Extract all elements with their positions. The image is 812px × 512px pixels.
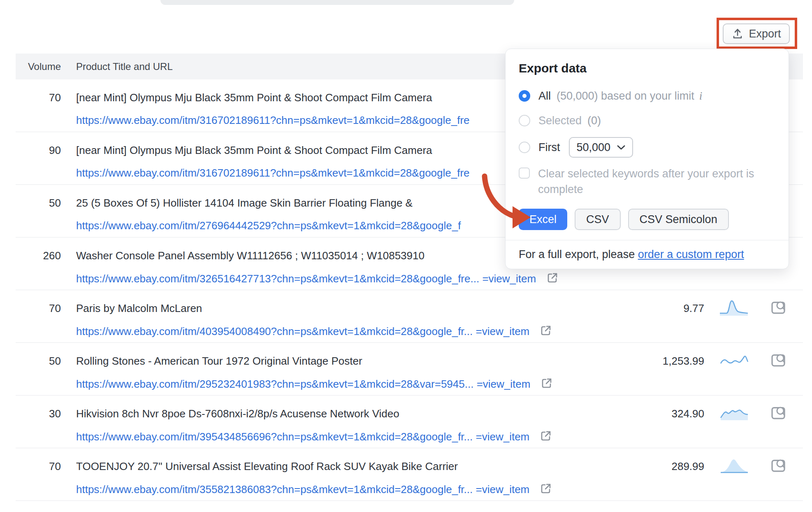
trend-dome-sparkline-icon <box>718 456 749 475</box>
popup-footer: For a full export, please order a custom… <box>506 240 789 269</box>
radio-first-label: First <box>538 141 560 154</box>
csv-semicolon-button[interactable]: CSV Semicolon <box>628 209 729 230</box>
volume-cell: 50 <box>16 354 61 395</box>
product-title: [near Mint] Olympus Mju Black 35mm Point… <box>76 143 470 157</box>
volume-cell: 50 <box>16 196 61 237</box>
radio-option-first[interactable]: First 50,000 <box>519 137 775 158</box>
export-popup: Export data All (50,000) based on your l… <box>505 49 789 269</box>
product-url-link[interactable]: https://www.ebay.com/itm/395434856696?ch… <box>76 430 529 444</box>
price-value: 324.90 <box>614 407 704 421</box>
price-value: 289.99 <box>614 459 704 473</box>
volume-cell: 70 <box>16 459 61 500</box>
external-link-icon[interactable] <box>546 271 559 286</box>
popup-title: Export data <box>519 61 775 75</box>
volume-cell: 90 <box>16 143 61 184</box>
price-value: 9.77 <box>614 301 704 315</box>
table-row: 50 Rolling Stones - American Tour 1972 O… <box>16 343 803 396</box>
table-row: 70 Paris by Malcolm McLaren https://www.… <box>16 290 803 343</box>
info-icon[interactable]: i <box>699 90 703 102</box>
column-header-volume[interactable]: Volume <box>16 61 61 72</box>
radio-unselected-icon[interactable] <box>519 142 530 153</box>
volume-cell: 70 <box>16 301 61 342</box>
top-toast-remnant <box>160 0 514 5</box>
table-row: 70 TOOENJOY 20.7'' Universal Assist Elev… <box>16 448 803 501</box>
footer-text: For a full export, please <box>519 248 638 261</box>
chart-zoom-icon[interactable] <box>770 352 786 368</box>
product-title: 25 (5 Boxes Of 5) Hollister 14104 Image … <box>76 196 461 210</box>
column-header-product[interactable]: Product Title and URL <box>76 61 173 72</box>
product-url-link[interactable]: https://www.ebay.com/itm/403954008490?ch… <box>76 324 529 338</box>
external-link-icon[interactable] <box>539 482 552 497</box>
product-url-link[interactable]: https://www.ebay.com/itm/326516427713?ch… <box>76 272 536 286</box>
volume-cell: 30 <box>16 407 61 448</box>
external-link-icon[interactable] <box>539 429 552 444</box>
product-url-link[interactable]: https://www.ebay.com/itm/276964442529?ch… <box>76 219 461 233</box>
trend-wavyfill-sparkline-icon <box>718 403 749 423</box>
first-count-dropdown[interactable]: 50,000 <box>569 137 633 158</box>
product-title: Washer Console Panel Assembly W11112656 … <box>76 249 559 263</box>
clear-keywords-option[interactable]: Clear selected keywords after your expor… <box>519 166 775 197</box>
radio-all-label: All <box>538 90 551 102</box>
product-title: TOOENJOY 20.7'' Universal Assist Elevati… <box>76 459 552 473</box>
radio-selected-label: Selected <box>538 114 582 127</box>
product-title: Paris by Malcolm McLaren <box>76 301 552 315</box>
product-title: Hikvision 8ch Nvr 8poe Ds-7608nxi-i2/8p/… <box>76 407 552 421</box>
external-link-icon[interactable] <box>540 377 553 391</box>
trend-peak-sparkline-icon <box>718 298 749 317</box>
clear-keywords-label: Clear selected keywords after your expor… <box>538 166 768 197</box>
chart-zoom-icon[interactable] <box>770 457 786 474</box>
trend-wavy-sparkline-icon <box>718 350 749 370</box>
volume-cell: 70 <box>16 91 61 132</box>
product-title: Rolling Stones - American Tour 1972 Orig… <box>76 354 553 368</box>
product-title: [near Mint] Olympus Mju Black 35mm Point… <box>76 91 470 105</box>
radio-option-selected[interactable]: Selected (0) <box>519 112 775 129</box>
table-row: 30 Hikvision 8ch Nvr 8poe Ds-7608nxi-i2/… <box>16 396 803 448</box>
product-url-link[interactable]: https://www.ebay.com/itm/295232401983?ch… <box>76 377 530 391</box>
price-value: 1,253.99 <box>614 354 704 368</box>
radio-option-all[interactable]: All (50,000) based on your limit i <box>519 88 775 104</box>
volume-cell: 260 <box>16 249 61 290</box>
product-url-link[interactable]: https://www.ebay.com/itm/355821386083?ch… <box>76 482 529 496</box>
radio-selected-detail: (0) <box>587 114 601 127</box>
radio-unselected-icon[interactable] <box>519 115 530 126</box>
radio-selected-icon[interactable] <box>519 90 530 102</box>
red-arrow-annotation <box>469 171 539 233</box>
csv-button[interactable]: CSV <box>575 209 621 230</box>
first-count-value: 50,000 <box>576 141 610 154</box>
radio-all-detail: (50,000) based on your limit <box>557 90 694 102</box>
product-url-link[interactable]: https://www.ebay.com/itm/316702189611?ch… <box>76 166 470 180</box>
chart-zoom-icon[interactable] <box>770 299 786 316</box>
chevron-down-icon <box>617 144 626 150</box>
external-link-icon[interactable] <box>539 324 552 339</box>
export-highlight-box <box>717 18 797 49</box>
screen: Export Volume Product Title and URL 70 [… <box>0 0 812 512</box>
order-custom-report-link[interactable]: order a custom report <box>638 248 744 261</box>
chart-zoom-icon[interactable] <box>770 405 786 421</box>
product-url-link[interactable]: https://www.ebay.com/itm/316702189611?ch… <box>76 113 470 127</box>
